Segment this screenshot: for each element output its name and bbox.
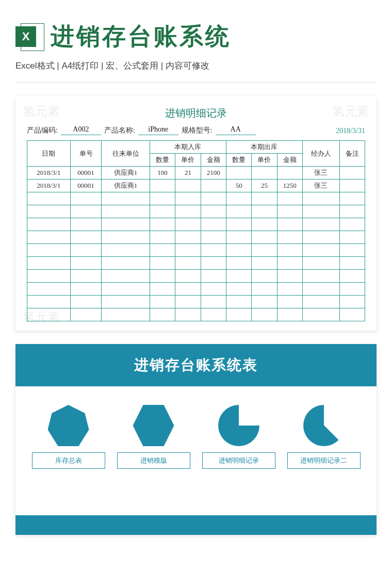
cell-out_price	[252, 167, 277, 179]
cell-date	[27, 283, 71, 296]
cell-partner: 供应商1	[102, 167, 150, 179]
meta-name-value: iPhone	[138, 125, 178, 135]
cell-in_amt	[201, 283, 226, 296]
cell-out_price: 25	[252, 179, 277, 192]
cell-date	[27, 231, 71, 244]
cell-date	[27, 270, 71, 283]
cell-in_price	[175, 192, 201, 205]
ledger-card: 氢元素 氢元素 氢元素 进销明细记录 产品编码: A002 产品名称: iPho…	[15, 96, 377, 331]
nav-button[interactable]: 进销明细记录	[202, 452, 275, 469]
cell-in_qty	[150, 296, 175, 308]
cell-out_qty	[226, 283, 251, 296]
cell-out_price	[252, 192, 277, 205]
cell-out_amt	[277, 167, 302, 179]
cell-in_qty	[150, 270, 175, 283]
cell-in_price	[175, 244, 201, 257]
cell-date: 2018/3/1	[27, 167, 71, 179]
cell-handler: 张三	[303, 167, 340, 179]
cell-in_qty	[150, 244, 175, 257]
nav-button[interactable]: 进销模版	[117, 452, 190, 469]
nav-button[interactable]: 库存总表	[32, 452, 105, 469]
cell-in_qty	[150, 257, 175, 270]
cell-out_qty	[226, 270, 251, 283]
page-subtitle: Excel格式 | A4纸打印 | 宏、公式套用 | 内容可修改	[15, 60, 377, 72]
cell-handler	[303, 270, 340, 283]
cell-order	[70, 308, 101, 321]
sheet-title: 进销明细记录	[27, 106, 365, 120]
cell-order: 00001	[70, 167, 101, 179]
meta-code-label: 产品编码:	[27, 126, 58, 135]
cell-in_price	[175, 308, 201, 321]
cell-out_amt	[277, 270, 302, 283]
cell-out_qty	[226, 231, 251, 244]
cell-out_amt	[277, 205, 302, 218]
cell-in_amt	[201, 308, 226, 321]
col-in-price: 单价	[175, 154, 201, 167]
meta-code-value: A002	[61, 125, 101, 135]
cell-in_amt	[201, 205, 226, 218]
meta-spec-value: AA	[216, 125, 256, 135]
cell-in_amt	[201, 192, 226, 205]
cell-date	[27, 192, 71, 205]
cell-out_qty	[226, 192, 251, 205]
cell-remark	[339, 218, 365, 231]
cell-partner	[102, 205, 150, 218]
cell-date	[27, 244, 71, 257]
cell-partner	[102, 218, 150, 231]
cell-partner	[102, 231, 150, 244]
page-header: X 进销存台账系统 Excel格式 | A4纸打印 | 宏、公式套用 | 内容可…	[0, 0, 392, 78]
cell-out_amt	[277, 308, 302, 321]
meta-spec-label: 规格型号:	[182, 126, 213, 135]
cell-handler	[303, 205, 340, 218]
cell-remark	[339, 179, 365, 192]
cell-handler	[303, 231, 340, 244]
cell-order	[70, 296, 101, 308]
col-in-group: 本期入库	[150, 141, 226, 154]
table-row	[27, 205, 365, 218]
header-divider	[15, 82, 377, 83]
col-in-amount: 金额	[201, 154, 226, 167]
cell-partner	[102, 270, 150, 283]
col-in-qty: 数量	[150, 154, 175, 167]
cell-handler	[303, 283, 340, 296]
cell-out_amt	[277, 244, 302, 257]
sheet-meta: 产品编码: A002 产品名称: iPhone 规格型号: AA 2018/3/…	[27, 125, 365, 135]
cell-out_price	[252, 218, 277, 231]
cell-in_price	[175, 205, 201, 218]
cell-date	[27, 257, 71, 270]
cell-handler	[303, 308, 340, 321]
cell-in_amt: 2100	[201, 167, 226, 179]
col-out-amount: 金额	[277, 154, 302, 167]
cell-date	[27, 205, 71, 218]
cell-out_price	[252, 244, 277, 257]
cell-out_price	[252, 270, 277, 283]
cell-in_price	[175, 257, 201, 270]
cell-in_price	[175, 283, 201, 296]
cell-out_price	[252, 283, 277, 296]
cell-in_amt	[201, 296, 226, 308]
cell-date	[27, 218, 71, 231]
cell-out_price	[252, 257, 277, 270]
cell-handler	[303, 257, 340, 270]
cell-handler: 张三	[303, 179, 340, 192]
cell-remark	[339, 283, 365, 296]
nav-card: 进销存台账系统表 库存总表进销模版进销明细记录进销明细记录二	[15, 344, 377, 535]
cell-date	[27, 296, 71, 308]
cell-out_qty	[226, 218, 251, 231]
excel-icon: X	[15, 22, 44, 51]
cell-in_qty	[150, 192, 175, 205]
cell-in_price	[175, 179, 201, 192]
cell-in_price	[175, 296, 201, 308]
col-remark: 备注	[339, 141, 365, 167]
cell-partner	[102, 192, 150, 205]
cell-order	[70, 205, 101, 218]
footer-band	[15, 515, 377, 535]
cell-out_amt	[277, 192, 302, 205]
cell-order	[70, 270, 101, 283]
table-row: 2018/3/100001供应商1100212100张三	[27, 167, 365, 179]
cell-partner	[102, 257, 150, 270]
cell-out_qty	[226, 308, 251, 321]
table-row	[27, 231, 365, 244]
cell-in_price: 21	[175, 167, 201, 179]
nav-button[interactable]: 进销明细记录二	[287, 452, 361, 469]
